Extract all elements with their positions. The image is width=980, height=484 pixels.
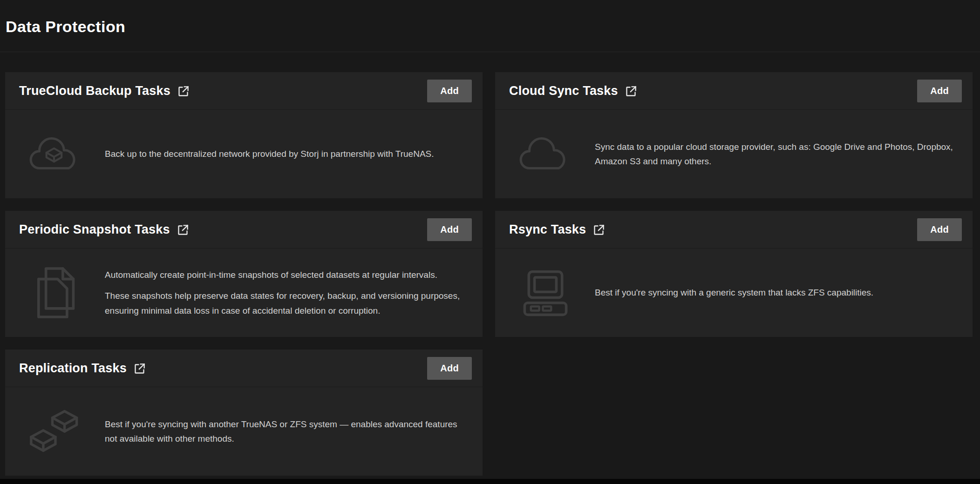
- page-title: Data Protection: [6, 18, 973, 36]
- external-link-icon[interactable]: [625, 85, 637, 98]
- description-paragraph: Best if you're syncing with a generic sy…: [595, 285, 959, 300]
- card-description: Best if you're syncing with a generic sy…: [595, 285, 959, 300]
- card-body: Best if you're syncing with another True…: [5, 387, 483, 476]
- page-header: Data Protection: [0, 0, 980, 52]
- add-button[interactable]: Add: [427, 357, 472, 380]
- card-title: Rsync Tasks: [509, 222, 605, 237]
- storj-cloud-icon: [24, 135, 87, 173]
- external-link-icon[interactable]: [177, 85, 190, 98]
- card-title: Replication Tasks: [19, 361, 146, 376]
- card-body: Best if you're syncing with a generic sy…: [495, 249, 973, 337]
- card-title-text: Periodic Snapshot Tasks: [19, 222, 170, 237]
- replication-cubes-icon: [24, 408, 87, 455]
- card-description: Automatically create point-in-time snaps…: [105, 268, 469, 317]
- card-title: Cloud Sync Tasks: [509, 84, 637, 98]
- external-link-icon[interactable]: [177, 224, 189, 236]
- add-button[interactable]: Add: [427, 80, 472, 102]
- card-header: TrueCloud Backup Tasks Add: [5, 72, 483, 110]
- computer-icon: [514, 269, 577, 317]
- card-rsync-tasks: Rsync Tasks Add: [495, 211, 973, 337]
- card-title: TrueCloud Backup Tasks: [19, 84, 190, 98]
- card-description: Sync data to a popular cloud storage pro…: [595, 140, 959, 168]
- footer-bar: [0, 479, 980, 484]
- card-header: Replication Tasks Add: [5, 350, 483, 387]
- description-paragraph: Back up to the decentralized network pro…: [105, 147, 469, 161]
- description-paragraph: Best if you're syncing with another True…: [105, 417, 469, 446]
- card-header: Cloud Sync Tasks Add: [495, 72, 973, 110]
- add-button[interactable]: Add: [427, 218, 472, 241]
- add-button[interactable]: Add: [917, 80, 962, 102]
- card-body: Automatically create point-in-time snaps…: [5, 249, 483, 337]
- card-title-text: Replication Tasks: [19, 361, 127, 376]
- description-paragraph: These snapshots help preserve data state…: [105, 289, 469, 317]
- card-description: Best if you're syncing with another True…: [105, 417, 469, 446]
- card-title-text: Rsync Tasks: [509, 222, 586, 237]
- add-button[interactable]: Add: [917, 218, 962, 241]
- card-truecloud-backup-tasks: TrueCloud Backup Tasks Add: [5, 72, 483, 198]
- card-title-text: TrueCloud Backup Tasks: [19, 84, 170, 98]
- card-body: Back up to the decentralized network pro…: [5, 110, 483, 198]
- card-replication-tasks: Replication Tasks Add: [5, 350, 483, 476]
- description-paragraph: Sync data to a popular cloud storage pro…: [595, 140, 959, 168]
- card-title: Periodic Snapshot Tasks: [19, 222, 189, 237]
- external-link-icon[interactable]: [592, 224, 605, 236]
- card-periodic-snapshot-tasks: Periodic Snapshot Tasks Add: [5, 211, 483, 337]
- snapshot-documents-icon: [24, 265, 87, 320]
- card-body: Sync data to a popular cloud storage pro…: [495, 110, 973, 198]
- external-link-icon[interactable]: [133, 363, 146, 375]
- cloud-icon: [514, 135, 577, 173]
- description-paragraph: Automatically create point-in-time snaps…: [105, 268, 469, 282]
- card-cloud-sync-tasks: Cloud Sync Tasks Add Sync data to a popu: [495, 72, 973, 198]
- card-header: Rsync Tasks Add: [495, 211, 973, 249]
- data-protection-cards-grid: TrueCloud Backup Tasks Add: [0, 72, 980, 476]
- card-header: Periodic Snapshot Tasks Add: [5, 211, 483, 249]
- card-description: Back up to the decentralized network pro…: [105, 147, 469, 161]
- card-title-text: Cloud Sync Tasks: [509, 84, 618, 98]
